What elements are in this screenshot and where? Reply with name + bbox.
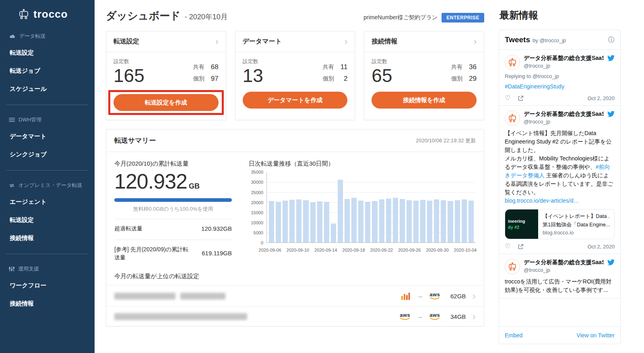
cloud-icon (9, 34, 16, 39)
tweet-author-name[interactable]: データ分析基盤の総合支援SaaS「trc (524, 259, 604, 266)
share-icon[interactable] (518, 244, 524, 250)
chart-bar (324, 202, 329, 242)
avatar[interactable] (505, 111, 520, 126)
shared-label: 共有 (451, 64, 462, 71)
link-card-title: 【イベントレポート】Data ... (543, 213, 610, 220)
exchange-icon (9, 183, 15, 188)
create-connection-button[interactable]: 接続情報を作成 (372, 92, 477, 109)
info-icon[interactable]: ⓘ (608, 36, 615, 44)
tweets-by: by @trocco_jp (533, 37, 566, 43)
count-value: 13 (243, 66, 263, 85)
sidebar-divider (6, 105, 88, 105)
news-title: 最新情報 (500, 9, 621, 22)
tweet-date[interactable]: Oct 2, 2020 (588, 244, 615, 250)
chevron-right-icon: › (215, 39, 218, 45)
chart-bar (303, 200, 308, 242)
sidebar-item-transfer-jobs[interactable]: 転送ジョブ (0, 62, 95, 80)
y-tick-label: 20000 (249, 201, 263, 205)
trocco-avatar-icon (508, 114, 517, 123)
chart-bar (469, 201, 474, 242)
tweet-author-handle[interactable]: @trocco_jp (524, 63, 604, 69)
x-tick-label: 2020-09-26 (398, 248, 421, 252)
chart-bar (351, 198, 357, 242)
y-tick-label: 5000 (249, 231, 263, 235)
sidebar-divider (6, 170, 88, 170)
tweet-author-name[interactable]: データ分析基盤の総合支援SaaS「trc (524, 111, 604, 118)
tweet[interactable]: データ分析基盤の総合支援SaaS「trc @trocco_jp Replying… (499, 50, 620, 106)
usage-progress-bar (114, 198, 232, 202)
top-transfer-row[interactable]: aws → aws 34GB › (106, 306, 484, 326)
sidebar-section-data-transfer: データ転送 (0, 28, 95, 44)
chart-bar (365, 202, 370, 242)
create-transfer-setting-button[interactable]: 転送設定を作成 (114, 94, 219, 111)
arrow-right-icon: → (417, 292, 423, 300)
sidebar-item-schedule[interactable]: スケジュール (0, 80, 95, 98)
y-tick-label: 30000 (249, 180, 263, 185)
sidebar-divider (6, 254, 88, 254)
monthly-usage-value: 120.932 (114, 169, 187, 193)
logo[interactable]: trocco (0, 0, 95, 28)
sidebar-item-workflow[interactable]: ワークフロー (0, 277, 95, 295)
chart-bar (338, 180, 343, 243)
tweet[interactable]: データ分析基盤の総合支援SaaS「trc @trocco_jp troccoを活… (499, 254, 620, 299)
tweet-author-name[interactable]: データ分析基盤の総合支援SaaS「trc (524, 55, 604, 62)
like-icon[interactable]: ♡ (505, 243, 510, 250)
chart-bar (269, 201, 274, 242)
y-tick-label: 15000 (249, 211, 263, 215)
chart-bar (276, 202, 281, 242)
shared-individual-table: 共有 36 個別 29 (451, 63, 477, 83)
tweet-link-card[interactable]: ineering dy #2 【イベントレポート】Data ... 第1回勉強会… (505, 209, 615, 239)
view-on-twitter-link[interactable]: View on Twitter (577, 332, 615, 339)
chart-bar (310, 202, 316, 242)
transfer-size: 62GB (446, 293, 466, 300)
shared-label: 共有 (323, 64, 334, 71)
sidebar-item-onprem-transfer-settings[interactable]: 転送設定 (0, 211, 95, 229)
card-datamart-header[interactable]: データマート › (235, 31, 355, 52)
trocco-avatar-icon (508, 58, 517, 67)
avatar[interactable] (505, 55, 520, 70)
excess-label: 超過転送量 (114, 224, 142, 232)
app: trocco データ転送 転送設定 転送ジョブ スケジュール DWH管理 データ… (0, 0, 644, 353)
avatar[interactable] (505, 259, 520, 274)
create-datamart-button[interactable]: データマートを作成 (243, 92, 348, 109)
tweets-scroll-area[interactable]: データ分析基盤の総合支援SaaS「trc @trocco_jp Replying… (499, 50, 620, 326)
individual-label: 個別 (323, 75, 334, 82)
x-tick-label: 2020-09-10 (287, 248, 309, 252)
chart-bar (386, 199, 391, 242)
chart-bars (267, 172, 476, 242)
plan-badge: ENTERPRISE (442, 13, 484, 23)
twitter-timeline-widget: Tweets by @trocco_jp ⓘ (499, 30, 621, 344)
card-body: 設定数 13 共有 11 個別 2 データマートを作成 (235, 52, 355, 115)
tweet[interactable]: データ分析基盤の総合支援SaaS「trc @trocco_jp 【イベント情報】… (499, 106, 620, 254)
tweet-author-handle[interactable]: @trocco_jp (524, 267, 604, 273)
url-link[interactable]: blog.trocco.io/dev-articles/d… (505, 197, 579, 204)
like-icon[interactable]: ♡ (505, 95, 510, 101)
chart-bar (283, 201, 288, 242)
chart-bar (400, 199, 405, 242)
embed-link[interactable]: Embed (505, 332, 522, 339)
sidebar-item-datamart[interactable]: データマート (0, 127, 95, 146)
x-tick-label: 2020-10-04 (454, 248, 477, 252)
card-transfer-settings-header[interactable]: 転送設定 › (106, 31, 226, 52)
share-icon[interactable] (518, 95, 524, 101)
card-transfer-settings: 転送設定 › 設定数 165 共有 68 個別 97 (106, 31, 226, 120)
sidebar-item-sync-jobs[interactable]: シンクジョブ (0, 146, 95, 164)
card-connections-header[interactable]: 接続情報 › (364, 31, 484, 52)
tweet-author-handle[interactable]: @trocco_jp (524, 119, 604, 125)
sidebar-item-agent[interactable]: エージェント (0, 193, 95, 211)
plan-label: primeNumber様ご契約プラン (363, 14, 438, 21)
top-transfer-row[interactable]: → aws 62GB › (106, 285, 484, 306)
link-card-thumbnail: ineering dy #2 (505, 209, 538, 239)
redacted-name (180, 293, 225, 300)
sidebar-item-transfer-settings[interactable]: 転送設定 (0, 44, 95, 62)
sidebar-item-connections[interactable]: 接続情報 (0, 295, 95, 313)
y-tick-label: 25000 (249, 191, 263, 195)
tweet-body: 【イベント情報】先月開催したData Engineering Study #2 … (505, 129, 615, 205)
excess-transfer-row: 超過転送量 120.932GB (114, 219, 232, 233)
news-panel: 最新情報 Tweets by @trocco_jp ⓘ (498, 0, 644, 353)
tweet-date[interactable]: Oct 2, 2020 (588, 95, 615, 101)
section-label: オンプレミス・データ転送 (19, 182, 82, 189)
chart-y-axis: 35000300002500020000150001000050000 (249, 170, 266, 245)
sidebar-item-onprem-connections[interactable]: 接続情報 (0, 229, 95, 247)
hashtag-link[interactable]: #DataEngineeringStudy (505, 83, 564, 90)
